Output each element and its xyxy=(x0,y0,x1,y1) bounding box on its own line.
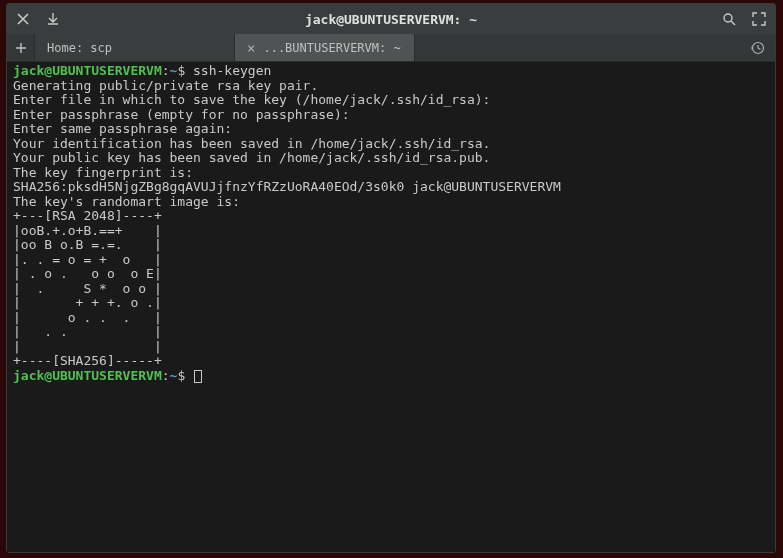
output-line: SHA256:pksdH5NjgZBg8gqAVUJjfnzYfRZzUoRA4… xyxy=(13,179,561,194)
search-icon[interactable] xyxy=(721,11,737,27)
terminal-content[interactable]: jack@UBUNTUSERVERVM:~$ ssh-keygen Genera… xyxy=(7,62,775,552)
close-window-icon[interactable] xyxy=(15,11,31,27)
svg-point-0 xyxy=(724,14,732,22)
tab-label: Home: scp xyxy=(47,41,112,55)
tab-ubuntuservervm[interactable]: × ...BUNTUSERVERVM: ~ xyxy=(235,34,415,61)
prompt-user-host: jack@UBUNTUSERVERVM xyxy=(13,63,162,78)
output-line: Generating public/private rsa key pair. xyxy=(13,78,318,93)
randomart-line: |ooB.+.o+B.==+ | xyxy=(13,223,162,238)
output-line: Your public key has been saved in /home/… xyxy=(13,150,490,165)
titlebar-controls-right xyxy=(721,11,767,27)
new-tab-button[interactable] xyxy=(7,34,35,61)
randomart-line: |. . = o = + o | xyxy=(13,252,162,267)
randomart-line: | o . . . | xyxy=(13,310,162,325)
randomart-line: | + + +. o .| xyxy=(13,295,162,310)
randomart-line: | | xyxy=(13,339,162,354)
window-title: jack@UBUNTUSERVERVM: ~ xyxy=(61,12,721,27)
output-line: Enter same passphrase again: xyxy=(13,121,232,136)
randomart-line: |oo B o.B =.=. | xyxy=(13,237,162,252)
history-icon[interactable] xyxy=(741,34,775,61)
titlebar: jack@UBUNTUSERVERVM: ~ xyxy=(7,4,775,34)
prompt-user-host: jack@UBUNTUSERVERVM xyxy=(13,368,162,383)
output-line: Your identification has been saved in /h… xyxy=(13,136,490,151)
randomart-line: +---[RSA 2048]----+ xyxy=(13,208,162,223)
fullscreen-icon[interactable] xyxy=(751,11,767,27)
output-line: Enter file in which to save the key (/ho… xyxy=(13,92,490,107)
prompt-dollar: $ xyxy=(177,63,185,78)
tab-home-scp[interactable]: Home: scp xyxy=(35,34,235,61)
output-line: The key fingerprint is: xyxy=(13,165,193,180)
output-line: The key's randomart image is: xyxy=(13,194,240,209)
randomart-line: | . o . o o o E| xyxy=(13,266,162,281)
cursor xyxy=(194,370,202,383)
randomart-line: | . S * o o | xyxy=(13,281,162,296)
prompt-colon: : xyxy=(162,63,170,78)
output-line: Enter passphrase (empty for no passphras… xyxy=(13,107,350,122)
command-text: ssh-keygen xyxy=(193,63,271,78)
terminal-window: jack@UBUNTUSERVERVM: ~ Home: scp × ...BU… xyxy=(6,3,776,553)
download-icon[interactable] xyxy=(45,11,61,27)
tab-label: ...BUNTUSERVERVM: ~ xyxy=(263,41,400,55)
randomart-line: | . . | xyxy=(13,324,162,339)
prompt-dollar: $ xyxy=(177,368,185,383)
close-tab-icon[interactable]: × xyxy=(247,40,255,56)
tab-bar: Home: scp × ...BUNTUSERVERVM: ~ xyxy=(7,34,775,62)
prompt-colon: : xyxy=(162,368,170,383)
randomart-line: +----[SHA256]-----+ xyxy=(13,353,162,368)
titlebar-controls-left xyxy=(15,11,61,27)
